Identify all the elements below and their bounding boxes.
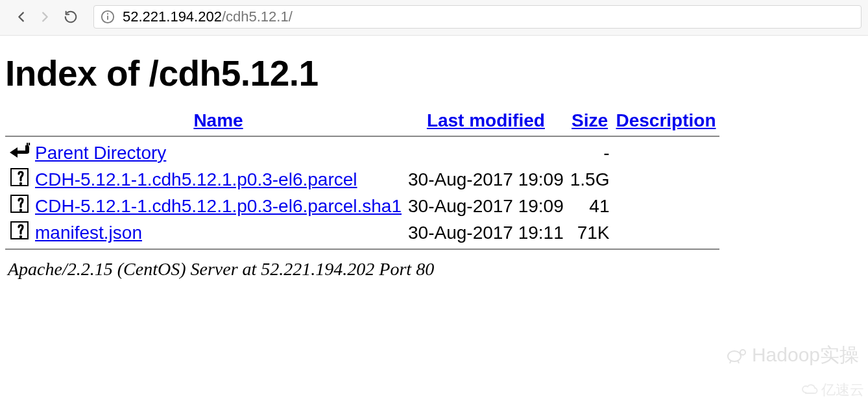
address-bar[interactable]: 52.221.194.202/cdh5.12.1/: [93, 5, 862, 29]
row-desc: [612, 140, 719, 166]
url-text: 52.221.194.202/cdh5.12.1/: [123, 8, 293, 25]
back-icon: [8, 141, 30, 160]
footer-divider: [5, 249, 719, 250]
file-link[interactable]: CDH-5.12.1-1.cdh5.12.1.p0.3-el6.parcel.s…: [35, 196, 402, 216]
svg-point-6: [19, 209, 22, 212]
site-info-icon[interactable]: [101, 10, 115, 24]
sort-lastmod-link[interactable]: Last modified: [427, 110, 545, 130]
sort-name-link[interactable]: Name: [193, 110, 243, 130]
page-title: Index of /cdh5.12.1: [5, 53, 863, 94]
row-icon: [5, 140, 32, 166]
parent-directory-link[interactable]: Parent Directory: [35, 143, 166, 163]
col-icon: [5, 108, 32, 133]
row-lastmod: 30-Aug-2017 19:09: [405, 166, 567, 193]
unknown-file-icon: [10, 168, 29, 186]
col-name[interactable]: Name: [32, 108, 405, 133]
col-last-modified[interactable]: Last modified: [405, 108, 567, 133]
table-row: Parent Directory -: [5, 140, 719, 166]
row-size: 41: [567, 193, 613, 219]
row-lastmod: [405, 140, 567, 166]
row-desc: [612, 193, 719, 219]
row-lastmod: 30-Aug-2017 19:11: [405, 219, 567, 246]
svg-point-7: [19, 236, 22, 238]
col-size[interactable]: Size: [567, 108, 613, 133]
svg-rect-3: [27, 143, 28, 145]
table-row: CDH-5.12.1-1.cdh5.12.1.p0.3-el6.parcel 3…: [5, 166, 719, 193]
directory-listing-table: Name Last modified Size Description: [5, 108, 719, 252]
svg-point-5: [19, 182, 22, 185]
forward-button[interactable]: [35, 7, 54, 27]
refresh-button[interactable]: [61, 7, 80, 27]
row-icon: [5, 193, 32, 219]
svg-point-2: [107, 13, 108, 14]
unknown-file-icon: [10, 195, 29, 213]
sort-size-link[interactable]: Size: [572, 110, 608, 130]
svg-rect-4: [29, 143, 30, 145]
server-signature: Apache/2.2.15 (CentOS) Server at 52.221.…: [8, 259, 863, 280]
directory-index-page: Index of /cdh5.12.1 Name Last modified S…: [0, 36, 868, 290]
file-link[interactable]: manifest.json: [35, 223, 142, 243]
row-size: -: [567, 140, 613, 166]
row-desc: [612, 219, 719, 246]
table-row: manifest.json 30-Aug-2017 19:11 71K: [5, 219, 719, 246]
header-divider: [5, 136, 719, 137]
row-lastmod: 30-Aug-2017 19:09: [405, 193, 567, 219]
row-size: 1.5G: [567, 166, 613, 193]
row-icon: [5, 166, 32, 193]
row-size: 71K: [567, 219, 613, 246]
table-row: CDH-5.12.1-1.cdh5.12.1.p0.3-el6.parcel.s…: [5, 193, 719, 219]
url-path: /cdh5.12.1/: [222, 8, 293, 25]
row-icon: [5, 219, 32, 246]
file-link[interactable]: CDH-5.12.1-1.cdh5.12.1.p0.3-el6.parcel: [35, 169, 357, 189]
unknown-file-icon: [10, 221, 29, 239]
row-desc: [612, 166, 719, 193]
sort-desc-link[interactable]: Description: [616, 110, 716, 130]
browser-toolbar: 52.221.194.202/cdh5.12.1/: [0, 0, 868, 36]
back-button[interactable]: [12, 7, 31, 27]
url-host: 52.221.194.202: [123, 8, 222, 25]
col-description[interactable]: Description: [612, 108, 719, 133]
